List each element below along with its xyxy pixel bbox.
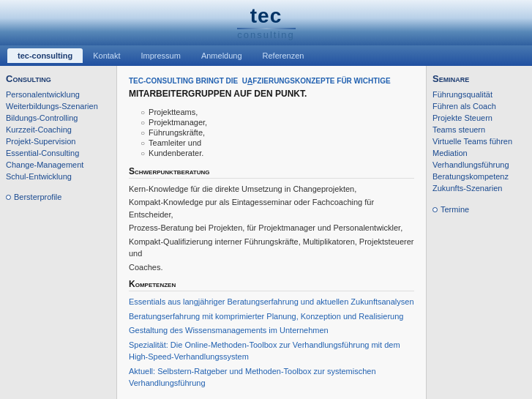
nav-item-tec-consulting[interactable]: tec-consulting — [7, 48, 83, 63]
schwerpunkt-line-1: Kern-Knowledge für die direkte Umsetzung… — [129, 183, 414, 195]
bullet-item-1: Projektteams, — [141, 108, 414, 116]
right-link-projekte-steuern[interactable]: Projekte Steuern — [432, 112, 526, 124]
kompetenz-line-3: Gestaltung des Wissensmanagements im Unt… — [129, 324, 414, 337]
sidebar-link-kurzzeit[interactable]: Kurzzeit-Coaching — [6, 124, 110, 135]
schwerpunkt-line-3: Prozess-Beratung bei Projekten, für Proj… — [129, 222, 414, 234]
right-link-virtuelle-teams[interactable]: Virtuelle Teams führen — [432, 135, 526, 147]
bullet-list: Projektteams, Projektmanager, Führungskr… — [129, 108, 414, 157]
logo-consulting: consulting — [237, 29, 295, 40]
right-link-beratung[interactable]: Beratungskompetenz — [432, 171, 526, 182]
right-link-verhandlung[interactable]: Verhandlungsführung — [432, 159, 526, 171]
sidebar-bullet-label: Bersterprofile — [14, 193, 61, 201]
right-sidebar-title: Seminare — [432, 73, 526, 84]
kompetenz-line-4: Spezialität: Die Online-Methoden-Toolbox… — [129, 339, 414, 363]
right-bullet-label: Termine — [441, 205, 469, 214]
right-link-mediation[interactable]: Mediation — [432, 147, 526, 159]
nav-item-referenzen[interactable]: Referenzen — [252, 48, 315, 63]
sidebar-link-projekt[interactable]: Projekt-Supervision — [6, 135, 110, 147]
left-sidebar: Consulting Personalentwicklung Weiterbil… — [0, 66, 117, 399]
nav-item-kontakt[interactable]: Kontakt — [83, 48, 130, 63]
header: tec consulting — [0, 0, 532, 45]
nav-item-impressum[interactable]: Impressum — [130, 48, 190, 63]
kompetenz-title: Kompetenzen — [129, 279, 414, 291]
bullet-item-2: Projektmanager, — [141, 118, 414, 127]
bullet-item-4: Teamleiter und — [141, 138, 414, 147]
intro-highlight: tec-consulting bringt die uafzierungskon… — [129, 77, 391, 85]
logo-area: tec consulting — [237, 6, 296, 40]
schwerpunkt-line-2: Kompakt-Knowledge pur als Eintagessemina… — [129, 196, 414, 220]
bullet-item-5: Kundenberater. — [141, 149, 414, 157]
bullet-item-3: Führungskräfte, — [141, 128, 414, 137]
right-link-teams-steuern[interactable]: Teams steuern — [432, 124, 526, 135]
sidebar-link-schul[interactable]: Schul-Entwicklung — [6, 171, 110, 182]
right-link-zukunft[interactable]: Zukunfts-Szenarien — [432, 182, 526, 194]
right-bullet-termine[interactable]: Termine — [432, 203, 526, 216]
navbar: tec-consulting Kontakt Impressum Anmeldu… — [0, 45, 532, 66]
sidebar-link-change[interactable]: Change-Management — [6, 159, 110, 171]
kompetenz-line-2: Beratungserfahrung mit komprimierter Pla… — [129, 310, 414, 323]
sidebar-link-personalentwicklung[interactable]: Personalentwicklung — [6, 89, 110, 100]
right-bullet-circle-icon — [432, 207, 438, 212]
sidebar-link-weiterbildung[interactable]: Weiterbildungs-Szenarien — [6, 100, 110, 112]
content-intro: tec-consulting bringt die uafzierungskon… — [129, 75, 414, 100]
content-area: tec-consulting bringt die uafzierungskon… — [117, 66, 426, 399]
logo-tec: tec — [250, 6, 282, 26]
schwerpunkt-line-4: Kompakt-Qualifizierung interner Führungs… — [129, 236, 414, 260]
schwerpunkt-line-5: Coaches. — [129, 261, 414, 274]
right-link-fuhrungsqualitat[interactable]: Führungsqualität — [432, 89, 526, 100]
kompetenz-line-5: Aktuell: Selbstern-Ratgeber und Methoden… — [129, 365, 414, 389]
schwerpunkt-title: Schwerpunktberatung — [129, 166, 414, 179]
right-link-fuhren-als-coach[interactable]: Führen als Coach — [432, 100, 526, 112]
sidebar-link-bildung[interactable]: Bildungs-Controlling — [6, 112, 110, 124]
sidebar-link-essential[interactable]: Essential-Consulting — [6, 147, 110, 159]
sidebar-section-title: Consulting — [6, 73, 110, 84]
sidebar-bullet-bersterprofile[interactable]: Bersterprofile — [6, 191, 110, 203]
nav-item-anmeldung[interactable]: Anmeldung — [191, 48, 252, 63]
bullet-circle-icon — [6, 195, 11, 200]
right-sidebar: Seminare Führungsqualität Führen als Coa… — [426, 66, 532, 399]
kompetenz-line-1: Essentials aus langjähriger Beratungserf… — [129, 296, 414, 308]
main-wrapper: Consulting Personalentwicklung Weiterbil… — [0, 66, 532, 399]
intro-bold: Mitarbeitergruppen auf den Punkt. — [129, 89, 307, 99]
